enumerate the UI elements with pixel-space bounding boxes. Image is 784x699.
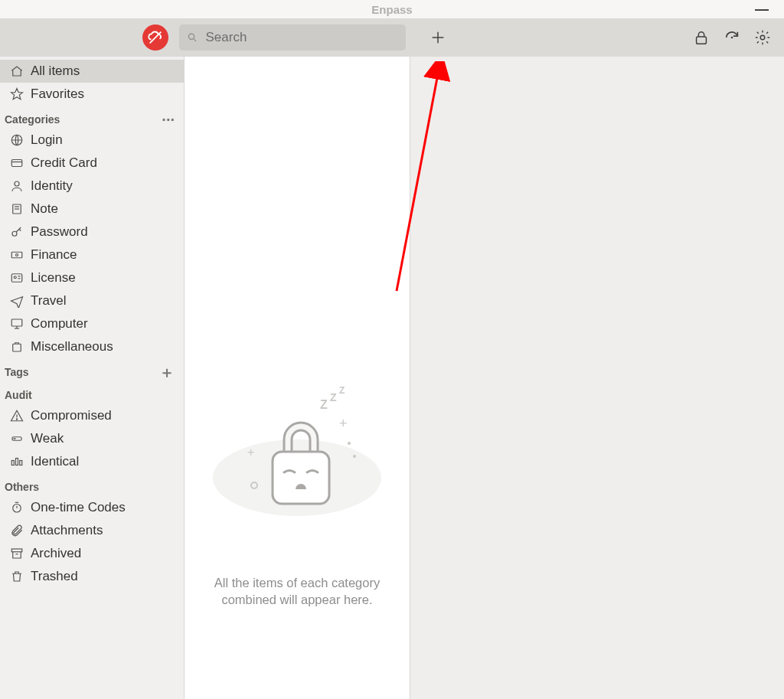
sidebar-item-credit-card[interactable]: Credit Card xyxy=(0,152,184,175)
sidebar-item-login[interactable]: Login xyxy=(0,129,184,152)
svg-rect-5 xyxy=(697,37,707,44)
star-icon xyxy=(9,87,24,102)
add-item-button[interactable] xyxy=(423,22,453,53)
sidebar-item-travel[interactable]: Travel xyxy=(0,289,184,312)
svg-rect-37 xyxy=(11,549,22,552)
person-icon xyxy=(9,178,24,194)
sidebar-item-one-time-codes[interactable]: One-time Codes xyxy=(0,496,184,519)
card-icon xyxy=(9,155,24,171)
note-icon xyxy=(9,201,24,217)
sidebar: All items Favorites Categories ··· Login… xyxy=(0,57,185,699)
sidebar-item-license[interactable]: License xyxy=(0,266,184,289)
sidebar-item-compromised[interactable]: Compromised xyxy=(0,404,184,427)
sidebar-header-others: Others xyxy=(0,473,184,496)
plus-icon xyxy=(430,29,446,46)
empty-illustration: Z Z Z + + xyxy=(205,386,389,524)
sidebar-item-note[interactable]: Note xyxy=(0,198,184,220)
search-input-wrap[interactable] xyxy=(179,24,406,51)
key-icon xyxy=(9,224,24,240)
sync-button[interactable] xyxy=(717,22,747,53)
svg-line-2 xyxy=(194,39,196,41)
add-tag-button[interactable]: ＋ xyxy=(159,368,175,376)
lock-button[interactable] xyxy=(686,22,717,53)
cloud-sync-off-icon[interactable] xyxy=(142,24,168,51)
empty-state-text: All the items of each category combined … xyxy=(204,574,390,608)
sidebar-item-label: One-time Codes xyxy=(31,499,126,516)
settings-button[interactable] xyxy=(747,22,778,53)
sidebar-item-label: Travel xyxy=(31,292,67,309)
sidebar-item-label: Identical xyxy=(31,453,79,470)
svg-rect-17 xyxy=(11,252,22,258)
sidebar-item-archived[interactable]: Archived xyxy=(0,542,184,565)
svg-point-6 xyxy=(731,37,733,39)
svg-rect-26 xyxy=(13,344,21,351)
minimize-button[interactable]: — xyxy=(755,2,769,18)
sidebar-item-finance[interactable]: Finance xyxy=(0,243,184,266)
sidebar-item-computer[interactable]: Computer xyxy=(0,312,184,335)
lock-icon xyxy=(693,29,710,46)
svg-rect-48 xyxy=(273,452,329,504)
id-icon xyxy=(9,270,24,286)
timer-icon xyxy=(9,500,24,515)
search-input[interactable] xyxy=(204,29,398,46)
globe-icon xyxy=(9,132,24,148)
sidebar-item-label: Compromised xyxy=(31,407,112,424)
window-title: Enpass xyxy=(371,3,412,16)
detail-panel xyxy=(410,57,784,699)
banknote-icon xyxy=(9,247,24,263)
item-list-panel: Z Z Z + + All the items of each category… xyxy=(185,57,410,699)
svg-rect-30 xyxy=(14,438,16,439)
svg-text:+: + xyxy=(247,446,254,459)
svg-point-28 xyxy=(16,419,17,420)
sidebar-item-label: All items xyxy=(31,63,80,80)
plane-icon xyxy=(9,293,24,309)
sidebar-item-label: Credit Card xyxy=(31,155,97,171)
sidebar-item-favorites[interactable]: Favorites xyxy=(0,83,184,106)
svg-point-20 xyxy=(14,276,16,279)
trash-icon xyxy=(9,569,24,584)
sidebar-item-identical[interactable]: Identical xyxy=(0,450,184,473)
svg-point-7 xyxy=(760,35,765,40)
sidebar-item-label: Favorites xyxy=(31,86,84,103)
svg-point-18 xyxy=(16,254,18,256)
gear-icon xyxy=(754,29,771,46)
svg-rect-31 xyxy=(11,461,14,465)
sidebar-item-label: License xyxy=(31,269,76,286)
svg-rect-33 xyxy=(20,461,22,465)
svg-point-12 xyxy=(15,181,19,186)
sidebar-item-attachments[interactable]: Attachments xyxy=(0,519,184,542)
clip-icon xyxy=(9,523,24,538)
monitor-icon xyxy=(9,316,24,332)
sidebar-item-all-items[interactable]: All items xyxy=(0,60,184,83)
sidebar-header-audit: Audit xyxy=(0,381,184,404)
sidebar-item-miscellaneous[interactable]: Miscellaneous xyxy=(0,335,184,358)
toolbar xyxy=(0,18,784,57)
warning-icon xyxy=(9,408,24,423)
home-icon xyxy=(9,64,24,79)
box-icon xyxy=(9,339,24,354)
titlebar: Enpass — xyxy=(0,0,784,18)
categories-more-button[interactable]: ··· xyxy=(162,116,175,123)
sidebar-item-trashed[interactable]: Trashed xyxy=(0,565,184,588)
search-icon xyxy=(187,31,198,44)
svg-rect-19 xyxy=(11,274,22,283)
sidebar-item-label: Weak xyxy=(31,430,64,447)
sidebar-header-categories: Categories ··· xyxy=(0,106,184,129)
sidebar-item-identity[interactable]: Identity xyxy=(0,175,184,198)
svg-marker-8 xyxy=(11,89,23,100)
sync-icon xyxy=(724,29,740,46)
sidebar-item-weak[interactable]: Weak xyxy=(0,427,184,450)
main-area: All items Favorites Categories ··· Login… xyxy=(0,57,784,699)
sidebar-item-label: Computer xyxy=(31,315,88,332)
svg-text:Z: Z xyxy=(339,386,345,396)
sidebar-header-tags: Tags ＋ xyxy=(0,358,184,381)
sidebar-item-label: Identity xyxy=(31,178,73,194)
svg-point-1 xyxy=(188,34,194,39)
svg-text:Z: Z xyxy=(330,391,337,403)
sidebar-item-label: Login xyxy=(31,132,63,149)
svg-point-46 xyxy=(348,442,351,445)
svg-rect-23 xyxy=(11,319,22,326)
svg-point-16 xyxy=(12,231,17,236)
sidebar-item-label: Password xyxy=(31,224,88,240)
sidebar-item-password[interactable]: Password xyxy=(0,220,184,243)
